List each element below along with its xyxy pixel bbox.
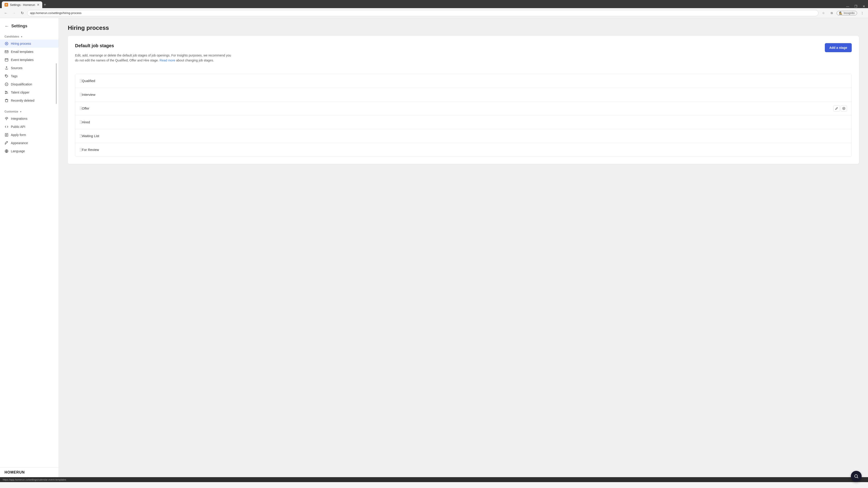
add-stage-button[interactable]: Add a stage — [825, 43, 852, 52]
svg-rect-3 — [5, 59, 8, 61]
sidebar-footer: HOMERUN — [0, 467, 59, 477]
table-row: Interview ··· — [75, 88, 851, 102]
sidebar-item-hiring-process[interactable]: Hiring process — [0, 39, 59, 48]
sidebar-item-email-templates[interactable]: Email templates — [0, 48, 59, 56]
appearance-icon — [4, 141, 8, 145]
page-title: Hiring process — [68, 24, 859, 31]
table-row: Qualified ··· — [75, 74, 851, 88]
status-bar: https://app.homerun.co/settings/calendar… — [0, 477, 868, 482]
new-tab-button[interactable]: + — [43, 2, 47, 8]
apply-form-label: Apply form — [11, 133, 26, 137]
sidebar: ← Settings Candidates ▼ — [0, 18, 59, 477]
customize-arrow-icon: ▼ — [20, 110, 22, 113]
candidates-section-title[interactable]: Candidates ▼ — [0, 32, 59, 39]
sidebar-item-appearance[interactable]: Appearance — [0, 139, 59, 147]
sidebar-content: Candidates ▼ Hiring process — [0, 32, 59, 467]
event-templates-icon — [4, 58, 8, 62]
sidebar-item-public-api[interactable]: Public API — [0, 123, 59, 131]
sidebar-item-event-templates[interactable]: Event templates — [0, 56, 59, 64]
stage-name-interview: Interview — [82, 93, 841, 96]
split-view-button[interactable]: ⧉ — [829, 10, 835, 16]
card-header-row: Default job stages Edit, add, rearrange … — [75, 43, 852, 68]
drag-handle-icon[interactable] — [80, 134, 82, 138]
talent-clipper-label: Talent clipper — [11, 91, 30, 94]
sidebar-item-language[interactable]: Language — [0, 147, 59, 155]
tags-icon — [4, 74, 8, 78]
stage-menu-button-for-review[interactable]: ··· — [841, 147, 847, 153]
nav-actions: ☆ ⧉ 🕵 Incognito ⋮ — [820, 10, 865, 16]
table-row: Hired ··· — [75, 116, 851, 129]
svg-rect-2 — [5, 51, 8, 53]
disqualification-label: Disqualification — [11, 83, 32, 86]
recently-deleted-label: Recently deleted — [11, 99, 34, 102]
incognito-icon: 🕵 — [839, 11, 842, 15]
drag-handle-icon[interactable] — [80, 121, 82, 124]
drag-handle-icon[interactable] — [80, 79, 82, 83]
nav-bar: ← → ↻ app.homerun.co/settings/hiring-pro… — [0, 8, 868, 18]
bookmark-button[interactable]: ☆ — [820, 10, 827, 16]
minimize-button[interactable]: — — [845, 4, 850, 8]
active-tab[interactable]: H Settings · Homerun ✕ — [2, 1, 42, 8]
integrations-label: Integrations — [11, 117, 27, 121]
appearance-label: Appearance — [11, 141, 28, 145]
sidebar-item-tags[interactable]: Tags — [0, 72, 59, 80]
settings-title: Settings — [11, 24, 27, 29]
read-more-link[interactable]: Read more — [160, 59, 175, 62]
stage-name-offer: Offer — [82, 106, 833, 110]
sidebar-item-integrations[interactable]: Integrations — [0, 115, 59, 123]
browser-menu-button[interactable]: ⋮ — [859, 10, 865, 16]
sidebar-item-recently-deleted[interactable]: Recently deleted — [0, 96, 59, 105]
drag-handle-icon[interactable] — [80, 107, 82, 110]
drag-handle-icon[interactable] — [80, 148, 82, 151]
sidebar-scroll-indicator — [56, 63, 57, 104]
card-section-title: Default job stages — [75, 43, 233, 48]
customize-section-title[interactable]: Customize ▼ — [0, 107, 59, 115]
stage-name-waiting-list: Waiting List — [82, 134, 841, 138]
incognito-label: Incognito — [844, 11, 855, 15]
stage-actions-offer — [833, 105, 847, 111]
tab-close-button[interactable]: ✕ — [37, 3, 39, 6]
maximize-button[interactable]: ❐ — [854, 4, 858, 8]
sidebar-item-disqualification[interactable]: Disqualification — [0, 80, 59, 88]
svg-point-12 — [855, 475, 858, 478]
forward-button[interactable]: → — [11, 10, 17, 16]
stage-name-hired: Hired — [82, 120, 841, 124]
drag-handle-icon[interactable] — [80, 93, 82, 96]
stage-delete-button-offer[interactable] — [841, 105, 847, 111]
table-row: Waiting List ··· — [75, 129, 851, 143]
disqualification-icon — [4, 82, 8, 86]
hiring-process-label: Hiring process — [11, 42, 31, 45]
browser-window: H Settings · Homerun ✕ + — ❐ ✕ ← → ↻ app… — [0, 0, 868, 482]
sidebar-item-apply-form[interactable]: Apply form — [0, 131, 59, 139]
language-icon — [4, 149, 8, 153]
tab-favicon: H — [4, 3, 8, 6]
integrations-icon — [4, 117, 8, 121]
url-bar[interactable]: app.homerun.co/settings/hiring-process — [27, 10, 818, 16]
stage-edit-button-offer[interactable] — [833, 105, 840, 111]
search-chat-button[interactable] — [851, 471, 862, 482]
reload-button[interactable]: ↻ — [19, 10, 25, 16]
sources-label: Sources — [11, 66, 22, 70]
svg-point-6 — [5, 91, 6, 92]
content-area: Default job stages Edit, add, rearrange … — [59, 36, 868, 173]
close-window-button[interactable]: ✕ — [862, 4, 866, 8]
customize-label: Customize — [4, 110, 18, 113]
settings-back-link[interactable]: ← Settings — [4, 24, 54, 29]
window-controls: — ❐ ✕ — [845, 4, 866, 8]
recently-deleted-icon — [4, 98, 8, 103]
apply-form-icon — [4, 133, 8, 137]
sidebar-item-talent-clipper[interactable]: Talent clipper — [0, 88, 59, 96]
public-api-label: Public API — [11, 125, 25, 129]
stage-menu-button-hired[interactable]: ··· — [841, 119, 847, 125]
svg-point-7 — [5, 93, 6, 94]
stage-menu-button-waiting-list[interactable]: ··· — [841, 133, 847, 139]
svg-point-1 — [6, 43, 7, 44]
hiring-process-card: Default job stages Edit, add, rearrange … — [68, 36, 859, 164]
stage-menu-button-qualified[interactable]: ··· — [841, 78, 847, 84]
back-button[interactable]: ← — [3, 10, 9, 16]
homerun-logo: HOMERUN — [4, 470, 54, 475]
stage-menu-button-interview[interactable]: ··· — [841, 92, 847, 98]
language-label: Language — [11, 149, 25, 153]
back-arrow-icon: ← — [4, 24, 9, 29]
sidebar-item-sources[interactable]: Sources — [0, 64, 59, 72]
